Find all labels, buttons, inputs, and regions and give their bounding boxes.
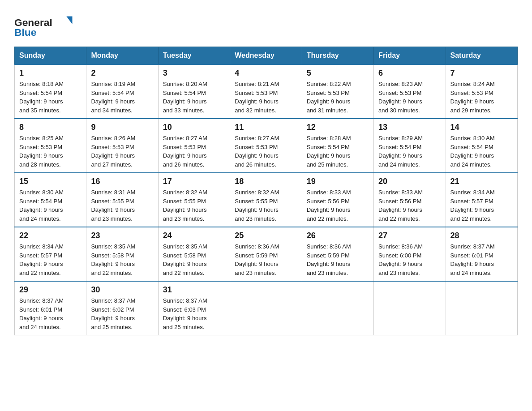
page-header: General Blue <box>14 11 518 39</box>
calendar-cell: 7 Sunrise: 8:24 AMSunset: 5:53 PMDayligh… <box>446 64 517 119</box>
calendar-cell: 2 Sunrise: 8:19 AMSunset: 5:54 PMDayligh… <box>86 64 158 119</box>
day-number: 28 <box>450 231 513 240</box>
logo-svg: General Blue <box>14 13 77 39</box>
calendar-cell: 12 Sunrise: 8:28 AMSunset: 5:54 PMDaylig… <box>302 119 373 173</box>
day-number: 1 <box>19 68 82 78</box>
day-info: Sunrise: 8:32 AMSunset: 5:55 PMDaylight:… <box>163 188 225 223</box>
day-number: 6 <box>378 68 441 78</box>
day-info: Sunrise: 8:36 AMSunset: 6:00 PMDaylight:… <box>378 242 441 277</box>
calendar-cell: 31 Sunrise: 8:37 AMSunset: 6:03 PMDaylig… <box>158 281 230 335</box>
day-info: Sunrise: 8:37 AMSunset: 6:02 PMDaylight:… <box>91 296 153 331</box>
calendar-week-3: 15 Sunrise: 8:30 AMSunset: 5:54 PMDaylig… <box>15 173 518 227</box>
day-info: Sunrise: 8:25 AMSunset: 5:53 PMDaylight:… <box>19 134 82 169</box>
calendar-cell: 24 Sunrise: 8:35 AMSunset: 5:58 PMDaylig… <box>158 227 230 281</box>
svg-text:Blue: Blue <box>14 26 36 38</box>
calendar-cell: 18 Sunrise: 8:32 AMSunset: 5:55 PMDaylig… <box>230 173 302 227</box>
logo-area: General Blue <box>14 11 77 39</box>
calendar-cell: 6 Sunrise: 8:23 AMSunset: 5:53 PMDayligh… <box>374 64 446 119</box>
day-number: 31 <box>163 285 225 295</box>
day-info: Sunrise: 8:18 AMSunset: 5:54 PMDaylight:… <box>19 80 82 115</box>
day-number: 13 <box>378 123 441 132</box>
calendar-week-1: 1 Sunrise: 8:18 AMSunset: 5:54 PMDayligh… <box>15 64 518 119</box>
calendar-cell: 23 Sunrise: 8:35 AMSunset: 5:58 PMDaylig… <box>86 227 158 281</box>
day-info: Sunrise: 8:36 AMSunset: 5:59 PMDaylight:… <box>307 242 369 277</box>
day-number: 20 <box>378 177 441 186</box>
day-info: Sunrise: 8:22 AMSunset: 5:53 PMDaylight:… <box>307 80 369 115</box>
day-info: Sunrise: 8:37 AMSunset: 6:01 PMDaylight:… <box>19 296 82 331</box>
day-info: Sunrise: 8:27 AMSunset: 5:53 PMDaylight:… <box>163 134 225 169</box>
calendar-header-wednesday: Wednesday <box>230 47 302 65</box>
day-number: 11 <box>235 123 297 132</box>
day-info: Sunrise: 8:30 AMSunset: 5:54 PMDaylight:… <box>450 134 513 169</box>
day-info: Sunrise: 8:30 AMSunset: 5:54 PMDaylight:… <box>19 188 82 223</box>
day-number: 5 <box>307 68 369 78</box>
calendar-header-saturday: Saturday <box>446 47 517 65</box>
calendar-cell: 25 Sunrise: 8:36 AMSunset: 5:59 PMDaylig… <box>230 227 302 281</box>
day-number: 2 <box>91 68 153 78</box>
calendar-cell: 13 Sunrise: 8:29 AMSunset: 5:54 PMDaylig… <box>374 119 446 173</box>
calendar-header-friday: Friday <box>374 47 446 65</box>
calendar-cell: 14 Sunrise: 8:30 AMSunset: 5:54 PMDaylig… <box>446 119 517 173</box>
calendar-cell: 21 Sunrise: 8:34 AMSunset: 5:57 PMDaylig… <box>446 173 517 227</box>
day-info: Sunrise: 8:20 AMSunset: 5:54 PMDaylight:… <box>163 80 225 115</box>
day-info: Sunrise: 8:31 AMSunset: 5:55 PMDaylight:… <box>91 188 153 223</box>
day-info: Sunrise: 8:37 AMSunset: 6:03 PMDaylight:… <box>163 296 225 331</box>
day-number: 10 <box>163 123 225 132</box>
day-number: 3 <box>163 68 225 78</box>
calendar-cell <box>302 281 373 335</box>
day-info: Sunrise: 8:34 AMSunset: 5:57 PMDaylight:… <box>19 242 82 277</box>
calendar-header-row: SundayMondayTuesdayWednesdayThursdayFrid… <box>15 47 518 65</box>
calendar-cell: 10 Sunrise: 8:27 AMSunset: 5:53 PMDaylig… <box>158 119 230 173</box>
day-info: Sunrise: 8:27 AMSunset: 5:53 PMDaylight:… <box>235 134 297 169</box>
day-number: 9 <box>91 123 153 132</box>
day-number: 14 <box>450 123 513 132</box>
day-info: Sunrise: 8:33 AMSunset: 5:56 PMDaylight:… <box>378 188 441 223</box>
svg-marker-1 <box>66 17 72 25</box>
day-info: Sunrise: 8:32 AMSunset: 5:55 PMDaylight:… <box>235 188 297 223</box>
calendar-cell: 30 Sunrise: 8:37 AMSunset: 6:02 PMDaylig… <box>86 281 158 335</box>
day-number: 4 <box>235 68 297 78</box>
day-info: Sunrise: 8:26 AMSunset: 5:53 PMDaylight:… <box>91 134 153 169</box>
day-number: 15 <box>19 177 82 186</box>
calendar-cell: 20 Sunrise: 8:33 AMSunset: 5:56 PMDaylig… <box>374 173 446 227</box>
calendar-week-4: 22 Sunrise: 8:34 AMSunset: 5:57 PMDaylig… <box>15 227 518 281</box>
day-info: Sunrise: 8:36 AMSunset: 5:59 PMDaylight:… <box>235 242 297 277</box>
day-info: Sunrise: 8:35 AMSunset: 5:58 PMDaylight:… <box>91 242 153 277</box>
day-number: 16 <box>91 177 153 186</box>
calendar-cell: 5 Sunrise: 8:22 AMSunset: 5:53 PMDayligh… <box>302 64 373 119</box>
calendar-cell: 15 Sunrise: 8:30 AMSunset: 5:54 PMDaylig… <box>15 173 86 227</box>
day-number: 26 <box>307 231 369 240</box>
calendar-cell <box>446 281 517 335</box>
calendar-header-sunday: Sunday <box>15 47 86 65</box>
day-number: 29 <box>19 285 82 295</box>
calendar-cell: 3 Sunrise: 8:20 AMSunset: 5:54 PMDayligh… <box>158 64 230 119</box>
day-number: 18 <box>235 177 297 186</box>
day-number: 22 <box>19 231 82 240</box>
day-info: Sunrise: 8:33 AMSunset: 5:56 PMDaylight:… <box>307 188 369 223</box>
day-info: Sunrise: 8:21 AMSunset: 5:53 PMDaylight:… <box>235 80 297 115</box>
calendar-cell: 22 Sunrise: 8:34 AMSunset: 5:57 PMDaylig… <box>15 227 86 281</box>
calendar-header-tuesday: Tuesday <box>158 47 230 65</box>
day-info: Sunrise: 8:29 AMSunset: 5:54 PMDaylight:… <box>378 134 441 169</box>
calendar-cell: 9 Sunrise: 8:26 AMSunset: 5:53 PMDayligh… <box>86 119 158 173</box>
calendar-cell: 1 Sunrise: 8:18 AMSunset: 5:54 PMDayligh… <box>15 64 86 119</box>
day-number: 19 <box>307 177 369 186</box>
day-number: 25 <box>235 231 297 240</box>
calendar-cell: 26 Sunrise: 8:36 AMSunset: 5:59 PMDaylig… <box>302 227 373 281</box>
day-info: Sunrise: 8:28 AMSunset: 5:54 PMDaylight:… <box>307 134 369 169</box>
day-number: 7 <box>450 68 513 78</box>
day-number: 30 <box>91 285 153 295</box>
day-info: Sunrise: 8:23 AMSunset: 5:53 PMDaylight:… <box>378 80 441 115</box>
day-info: Sunrise: 8:19 AMSunset: 5:54 PMDaylight:… <box>91 80 153 115</box>
day-info: Sunrise: 8:34 AMSunset: 5:57 PMDaylight:… <box>450 188 513 223</box>
calendar-cell: 8 Sunrise: 8:25 AMSunset: 5:53 PMDayligh… <box>15 119 86 173</box>
calendar-cell: 27 Sunrise: 8:36 AMSunset: 6:00 PMDaylig… <box>374 227 446 281</box>
calendar-cell <box>230 281 302 335</box>
day-info: Sunrise: 8:35 AMSunset: 5:58 PMDaylight:… <box>163 242 225 277</box>
calendar-week-5: 29 Sunrise: 8:37 AMSunset: 6:01 PMDaylig… <box>15 281 518 335</box>
calendar-cell: 17 Sunrise: 8:32 AMSunset: 5:55 PMDaylig… <box>158 173 230 227</box>
calendar-header-monday: Monday <box>86 47 158 65</box>
calendar-cell: 11 Sunrise: 8:27 AMSunset: 5:53 PMDaylig… <box>230 119 302 173</box>
calendar-table: SundayMondayTuesdayWednesdayThursdayFrid… <box>14 47 518 335</box>
calendar-cell: 19 Sunrise: 8:33 AMSunset: 5:56 PMDaylig… <box>302 173 373 227</box>
